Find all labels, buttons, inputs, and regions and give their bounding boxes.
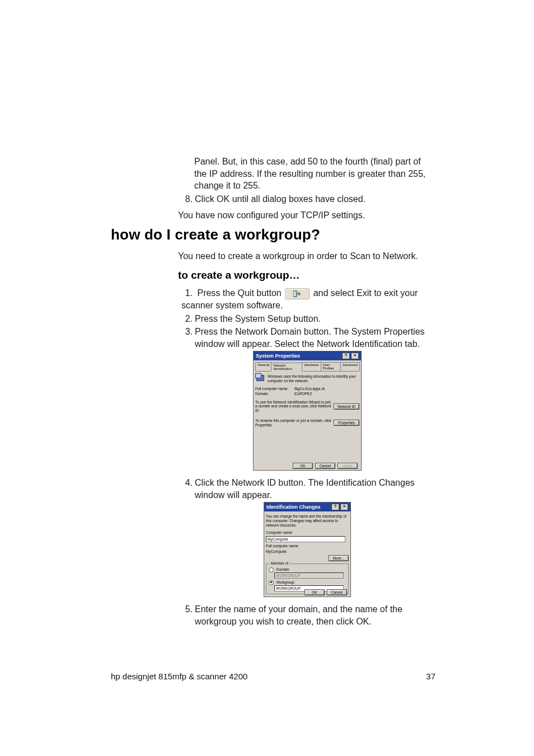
- step-5: 5. Enter the name of your domain, and th…: [181, 603, 435, 616]
- step-4-text: Click the Network ID button. The Identif…: [195, 477, 435, 501]
- quit-button-icon: [285, 288, 310, 299]
- step-1: 1. Press the Quit button and select Exit…: [181, 287, 435, 311]
- page: Panel. But, in this case, add 50 to the …: [0, 0, 534, 756]
- step-2: 2. Press the System Setup button.: [181, 313, 435, 325]
- full-name-label: Full computer name:: [255, 387, 294, 391]
- full-name-value-2: MyComputer.: [266, 550, 349, 554]
- domain-input[interactable]: WORKGROUP: [274, 572, 344, 579]
- apply-button[interactable]: Apply: [338, 463, 358, 469]
- domain-value: EUROPE2: [294, 392, 312, 396]
- dialog-title-2: Identification Changes: [266, 504, 321, 510]
- system-properties-dialog: System Properties ? × General Network Id…: [253, 351, 362, 471]
- computer-name-label: Computer name:: [266, 530, 349, 535]
- radio-domain-label: Domain:: [277, 567, 290, 571]
- step-1-pre: Press the Quit button: [197, 288, 281, 298]
- step-3: 3. Press the Network Domain button. The …: [181, 326, 435, 338]
- info-text: Windows uses the following information t…: [268, 374, 359, 383]
- continuation-text: Panel. But, in this case, add 50 to the …: [194, 156, 435, 192]
- identification-changes-dialog: Identification Changes ? × You can chang…: [264, 502, 351, 597]
- properties-button[interactable]: Properties: [334, 420, 359, 426]
- wizard-text: To use the Network Identification Wizard…: [255, 400, 331, 413]
- desc-text: You can change the name and the membersh…: [266, 514, 349, 527]
- domain-label: Domain:: [255, 392, 294, 396]
- radio-workgroup-label: Workgroup:: [277, 580, 295, 584]
- step-4-num: 4.: [181, 477, 193, 489]
- step-8-num: 8.: [181, 193, 193, 205]
- footer-left: hp designjet 815mfp & scanner 4200: [111, 672, 247, 681]
- heading-workgroup: how do I create a workgroup?: [111, 226, 320, 243]
- tab-general[interactable]: General: [255, 362, 271, 371]
- help-icon[interactable]: ?: [331, 504, 339, 510]
- dialog-titlebar-2: Identification Changes ? ×: [264, 503, 350, 511]
- step-2-num: 2.: [181, 313, 193, 325]
- ok-button-2[interactable]: OK: [305, 589, 325, 595]
- step-8-text: Click OK until all dialog boxes have clo…: [195, 193, 435, 205]
- close-icon[interactable]: ×: [340, 504, 348, 510]
- step-8: 8. Click OK until all dialog boxes have …: [181, 193, 422, 205]
- full-name-value: BigCo.Eos.apps.nt.: [294, 387, 326, 391]
- computer-network-icon: [255, 373, 265, 382]
- close-icon[interactable]: ×: [351, 353, 359, 359]
- step-3-text: Press the Network Domain button. The Sys…: [195, 326, 435, 350]
- tab-hardware[interactable]: Hardware: [302, 362, 321, 371]
- dialog-titlebar: System Properties ? ×: [254, 351, 361, 360]
- member-of-label: Member of: [270, 561, 289, 565]
- tab-network-identification[interactable]: Network Identification: [271, 363, 302, 372]
- ok-button[interactable]: OK: [293, 463, 313, 469]
- dialog-title: System Properties: [256, 353, 300, 359]
- step-1-num: 1.: [181, 287, 193, 299]
- help-icon[interactable]: ?: [342, 353, 350, 359]
- radio-domain[interactable]: [269, 567, 274, 572]
- full-name-label-2: Full computer name:: [266, 544, 349, 548]
- cancel-button[interactable]: Cancel: [315, 463, 335, 469]
- exit-arrow-icon: [293, 290, 301, 298]
- intro-text: You need to create a workgroup in order …: [178, 250, 435, 262]
- step-2-text: Press the System Setup button.: [195, 313, 435, 325]
- computer-name-input[interactable]: MyComputer: [266, 536, 345, 542]
- step-3-num: 3.: [181, 326, 193, 338]
- tab-user-profiles[interactable]: User Profiles: [321, 362, 341, 371]
- page-footer: hp designjet 815mfp & scanner 4200 37: [111, 672, 435, 681]
- tabs: General Network Identification Hardware …: [255, 362, 359, 372]
- step-5-text: Enter the name of your domain, and the n…: [195, 603, 435, 627]
- subheading-create: to create a workgroup…: [178, 269, 300, 281]
- cancel-button-2[interactable]: Cancel: [327, 589, 347, 595]
- page-number: 37: [426, 672, 435, 681]
- network-id-button[interactable]: Network ID: [334, 403, 359, 410]
- radio-workgroup[interactable]: [269, 580, 274, 585]
- rename-text: To rename this computer or join a domain…: [255, 419, 331, 428]
- tab-advanced[interactable]: Advanced: [340, 362, 360, 371]
- tcpip-done: You have now configured your TCP/IP sett…: [178, 209, 435, 222]
- step-4: 4. Click the Network ID button. The Iden…: [181, 477, 435, 489]
- step-5-num: 5.: [181, 603, 193, 616]
- more-button[interactable]: More...: [329, 555, 349, 561]
